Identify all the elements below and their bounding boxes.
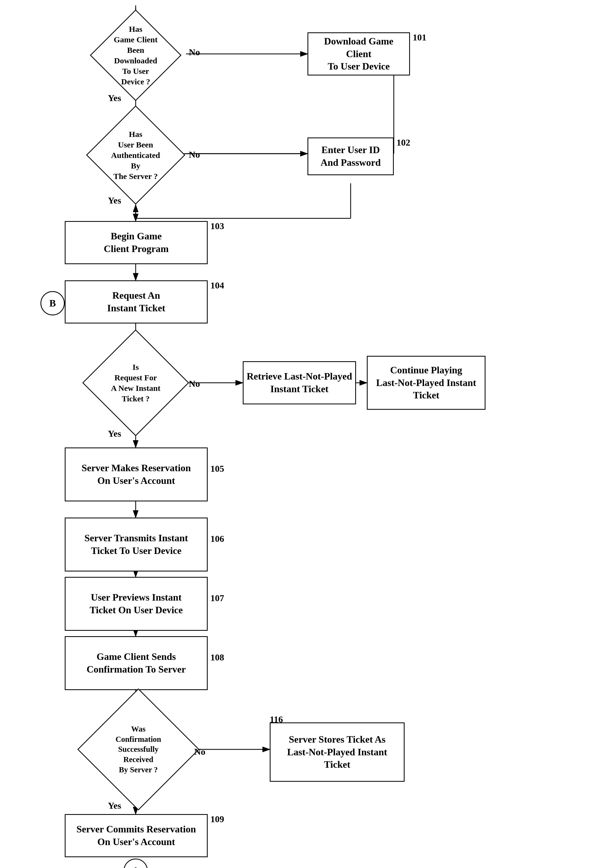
- circle-a: A: [124, 859, 148, 868]
- label-no-3: No: [189, 379, 200, 389]
- label-yes-3: Yes: [108, 429, 121, 439]
- box-download-game-client: Download Game ClientTo User Device: [308, 32, 410, 75]
- label-no-1: No: [189, 47, 200, 58]
- label-yes-1: Yes: [108, 93, 121, 103]
- box-user-previews: User Previews InstantTicket On User Devi…: [65, 577, 208, 631]
- diamond-has-game-client: HasGame Client BeenDownloaded To UserDev…: [68, 20, 203, 90]
- box-server-commits: Server Commits ReservationOn User's Acco…: [65, 814, 208, 857]
- label-no-4: No: [194, 747, 206, 757]
- box-request-instant-ticket: Request AnInstant Ticket: [65, 280, 208, 323]
- flowchart-container: HasGame Client BeenDownloaded To UserDev…: [0, 0, 595, 868]
- box-enter-user-id: Enter User IDAnd Password: [308, 137, 394, 175]
- diamond-has-game-client-text: HasGame Client BeenDownloaded To UserDev…: [109, 22, 163, 88]
- ref-116: 116: [270, 714, 283, 725]
- ref-109: 109: [210, 814, 224, 824]
- box-server-makes-reservation: Server Makes ReservationOn User's Accoun…: [65, 447, 208, 501]
- ref-102: 102: [397, 137, 410, 148]
- ref-106: 106: [210, 534, 224, 544]
- circle-b: B: [40, 291, 65, 315]
- box-begin-game-client: Begin GameClient Program: [65, 221, 208, 264]
- ref-104: 104: [210, 280, 224, 291]
- diamond-has-user-auth-text: HasUser BeenAuthenticated ByThe Server ?: [107, 127, 164, 183]
- diamond-confirmation-received: WasConfirmationSuccessfully ReceivedBy S…: [63, 701, 214, 798]
- box-server-transmits: Server Transmits InstantTicket To User D…: [65, 518, 208, 571]
- label-no-2: No: [189, 150, 200, 160]
- ref-108: 108: [210, 652, 224, 663]
- label-yes-2: Yes: [108, 195, 121, 206]
- diamond-new-ticket-text: IsRequest ForA New InstantTicket ?: [106, 360, 165, 405]
- diamond-has-user-authenticated: HasUser BeenAuthenticated ByThe Server ?: [68, 116, 203, 194]
- diamond-confirmation-text: WasConfirmationSuccessfully ReceivedBy S…: [106, 723, 171, 776]
- diamond-new-instant-ticket: IsRequest ForA New InstantTicket ?: [68, 340, 203, 426]
- box-game-client-sends-confirmation: Game Client SendsConfirmation To Server: [65, 636, 208, 690]
- ref-101: 101: [413, 32, 426, 43]
- label-yes-4: Yes: [108, 801, 121, 811]
- box-retrieve-last-ticket: Retrieve Last-Not-PlayedInstant Ticket: [243, 361, 356, 404]
- ref-105: 105: [210, 464, 224, 474]
- ref-107: 107: [210, 593, 224, 603]
- box-server-stores-ticket: Server Stores Ticket AsLast-Not-Played I…: [270, 722, 405, 782]
- box-continue-playing: Continue PlayingLast-Not-Played InstantT…: [367, 356, 485, 410]
- ref-103: 103: [210, 221, 224, 231]
